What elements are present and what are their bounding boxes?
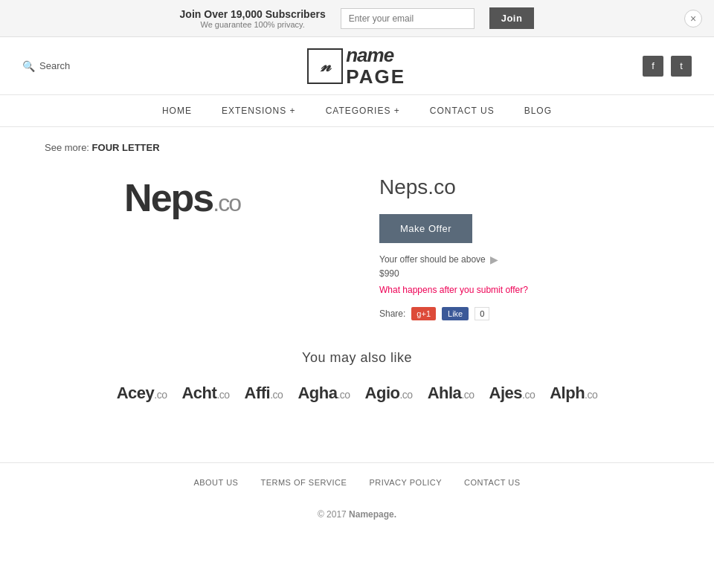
nav-home[interactable]: HOME <box>162 106 192 116</box>
twitter-icon[interactable]: t <box>671 56 692 77</box>
nav-extensions[interactable]: EXTENSIONS + <box>222 106 296 116</box>
logo-page: PAGE <box>346 66 405 88</box>
search-label: Search <box>39 60 70 71</box>
also-item-name: Ajes <box>489 384 522 402</box>
also-item-name: Affi <box>245 384 271 402</box>
logo-icon-box: 𝓃 <box>307 48 343 84</box>
domain-area: Neps.co Neps.co Make Offer Your offer sh… <box>30 175 684 320</box>
footer-link-contact[interactable]: CONTACT US <box>464 478 521 487</box>
search-trigger[interactable]: 🔍 Search <box>22 60 70 72</box>
footer-link-about[interactable]: ABOUT US <box>193 478 238 487</box>
footer-link-terms[interactable]: TERMS OF SERVICE <box>260 478 347 487</box>
logo-text-area: name PAGE <box>346 45 405 87</box>
also-like-grid: Acey.co Acht.co Affi.co Agha.co Agio.co … <box>30 384 684 403</box>
logo[interactable]: 𝓃 name PAGE <box>307 45 405 87</box>
also-item-tld: .co <box>522 389 535 401</box>
domain-logo-area: Neps.co <box>30 175 335 220</box>
offer-hint-text: Your offer should be above <box>379 254 486 265</box>
nav-categories[interactable]: CATEGORIES + <box>326 106 400 116</box>
search-icon: 🔍 <box>22 60 35 72</box>
facebook-like-button[interactable]: Like <box>442 307 469 320</box>
list-item[interactable]: Acht.co <box>181 384 229 403</box>
offer-price: $990 <box>379 268 684 279</box>
fb-like-label: Like <box>448 309 463 318</box>
offer-info-link[interactable]: What happens after you submit offer? <box>379 285 684 295</box>
fb-count: 0 <box>475 307 489 320</box>
copy-brand-link[interactable]: Namepage. <box>349 509 396 520</box>
list-item[interactable]: Ajes.co <box>489 384 536 403</box>
list-item[interactable]: Alph.co <box>550 384 597 403</box>
make-offer-button[interactable]: Make Offer <box>379 214 472 243</box>
copy-prefix: © 2017 <box>318 509 347 520</box>
breadcrumb-link[interactable]: FOUR LETTER <box>92 142 160 153</box>
join-button[interactable]: Join <box>489 7 535 29</box>
banner-subtext: We guarantee 100% privacy. <box>180 20 326 29</box>
main-content: See more: FOUR LETTER Neps.co Neps.co Ma… <box>0 127 714 433</box>
list-item[interactable]: Agha.co <box>298 384 350 403</box>
header: 🔍 Search 𝓃 name PAGE f t <box>0 37 714 95</box>
logo-icon-char: 𝓃 <box>321 56 330 76</box>
domain-name-display: Neps <box>124 176 213 219</box>
close-button[interactable]: × <box>684 10 702 28</box>
also-item-tld: .co <box>337 389 350 401</box>
domain-info: Neps.co Make Offer Your offer should be … <box>379 175 684 320</box>
banner-text: Join Over 19,000 Subscribers We guarante… <box>180 8 326 29</box>
list-item[interactable]: Acey.co <box>117 384 167 403</box>
domain-title: Neps.co <box>379 175 684 199</box>
list-item[interactable]: Agio.co <box>365 384 413 403</box>
also-item-tld: .co <box>216 389 229 401</box>
also-item-name: Acht <box>181 384 216 402</box>
domain-tld-display: .co <box>213 190 240 216</box>
domain-logo: Neps.co <box>124 175 240 220</box>
also-like-section: You may also like Acey.co Acht.co Affi.c… <box>30 350 684 403</box>
offer-hint: Your offer should be above ▶ <box>379 253 684 265</box>
email-input[interactable] <box>341 8 475 29</box>
nav-blog[interactable]: BLOG <box>524 106 552 116</box>
main-nav: HOME EXTENSIONS + CATEGORIES + CONTACT U… <box>0 95 714 127</box>
also-item-name: Ahla <box>428 384 462 402</box>
footer-link-privacy[interactable]: PRIVACY POLICY <box>369 478 442 487</box>
also-item-name: Agio <box>365 384 400 402</box>
also-item-tld: .co <box>399 389 412 401</box>
list-item[interactable]: Affi.co <box>245 384 283 403</box>
nav-contact[interactable]: CONTACT US <box>430 106 495 116</box>
also-item-tld: .co <box>585 389 597 401</box>
offer-arrow-icon: ▶ <box>490 253 498 265</box>
also-item-tld: .co <box>270 389 283 401</box>
share-label: Share: <box>379 308 405 319</box>
also-item-name: Agha <box>298 384 337 402</box>
logo-name: name <box>346 45 405 66</box>
share-row: Share: g+1 Like 0 <box>379 307 684 320</box>
breadcrumb-prefix: See more: <box>45 142 89 153</box>
list-item[interactable]: Ahla.co <box>428 384 475 403</box>
banner-headline: Join Over 19,000 Subscribers <box>180 8 326 20</box>
header-social: f t <box>643 56 692 77</box>
also-item-name: Acey <box>117 384 155 402</box>
facebook-icon[interactable]: f <box>643 56 663 77</box>
also-item-name: Alph <box>550 384 585 402</box>
gplus-button[interactable]: g+1 <box>411 307 436 320</box>
footer-copyright: © 2017 Namepage. <box>0 502 714 527</box>
footer-links: ABOUT US TERMS OF SERVICE PRIVACY POLICY… <box>0 462 714 502</box>
also-item-tld: .co <box>154 389 167 401</box>
top-banner: Join Over 19,000 Subscribers We guarante… <box>0 0 714 37</box>
breadcrumb: See more: FOUR LETTER <box>45 142 684 153</box>
also-item-tld: .co <box>461 389 474 401</box>
also-like-title: You may also like <box>30 350 684 366</box>
